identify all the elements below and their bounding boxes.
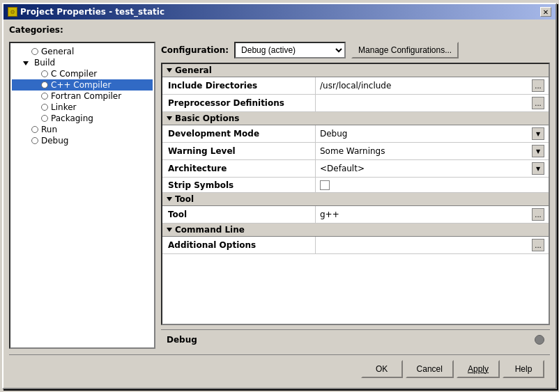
help-button[interactable]: Help xyxy=(503,360,544,378)
cancel-button[interactable]: Cancel xyxy=(406,360,454,378)
right-panel: Configuration: Debug (active) Manage Con… xyxy=(161,42,550,349)
section-command-line: Command Line xyxy=(162,224,549,237)
sidebar-item-linker[interactable]: Linker xyxy=(12,102,153,113)
checkbox-strip-symbols[interactable] xyxy=(320,180,330,190)
prop-name: Preprocessor Definitions xyxy=(162,95,316,111)
main-area: General Build C Compiler C++ xyxy=(9,42,550,349)
ellipsis-button[interactable]: ... xyxy=(532,208,544,221)
config-select[interactable]: Debug (active) xyxy=(234,42,346,58)
prop-value: ... xyxy=(316,95,549,111)
dot-icon xyxy=(41,104,48,111)
sidebar-item-packaging[interactable]: Packaging xyxy=(12,113,153,124)
prop-value-text: Some Warnings xyxy=(320,146,532,156)
dot-filled-icon xyxy=(41,81,48,88)
prop-value: /usr/local/include ... xyxy=(316,77,549,94)
ellipsis-button[interactable]: ... xyxy=(532,239,544,251)
status-label: Debug xyxy=(167,335,535,345)
dot-icon xyxy=(31,126,38,133)
sidebar-item-label: Packaging xyxy=(51,113,93,123)
sidebar-item-label: Fortran Compiler xyxy=(51,91,121,101)
ok-button[interactable]: OK xyxy=(361,360,403,378)
sidebar[interactable]: General Build C Compiler C++ xyxy=(9,42,155,349)
prop-name: Strip Symbols xyxy=(162,178,316,192)
sidebar-item-general[interactable]: General xyxy=(12,46,153,57)
dropdown-button[interactable]: ▼ xyxy=(532,162,544,175)
apply-button[interactable]: Apply xyxy=(457,360,500,378)
dot-icon xyxy=(31,137,38,144)
section-label: Basic Options xyxy=(175,113,239,123)
collapse-icon xyxy=(167,116,172,120)
table-row: Warning Level Some Warnings ▼ xyxy=(162,143,549,160)
title-bar: ⚙ Project Properties - test_static ✕ xyxy=(3,4,556,19)
categories-label: Categories: xyxy=(9,25,550,35)
title-bar-left: ⚙ Project Properties - test_static xyxy=(8,7,164,17)
section-label: Command Line xyxy=(175,225,245,235)
prop-name: Warning Level xyxy=(162,143,316,159)
prop-name: Include Directories xyxy=(162,77,316,94)
prop-name: Architecture xyxy=(162,160,316,177)
ellipsis-button[interactable]: ... xyxy=(532,97,544,109)
prop-name: Tool xyxy=(162,206,316,223)
prop-value xyxy=(316,178,549,192)
dot-icon xyxy=(41,115,48,122)
table-row: Preprocessor Definitions ... xyxy=(162,95,549,112)
status-dot xyxy=(535,335,544,345)
prop-value-text: <Default> xyxy=(320,164,532,173)
sidebar-item-fortran-compiler[interactable]: Fortran Compiler xyxy=(12,91,153,102)
table-row: Architecture <Default> ▼ xyxy=(162,160,549,178)
dot-icon xyxy=(41,93,48,100)
sidebar-item-label: Build xyxy=(34,58,55,68)
close-button[interactable]: ✕ xyxy=(540,7,551,17)
window-title: Project Properties - test_static xyxy=(20,7,164,17)
sidebar-item-c-compiler[interactable]: C Compiler xyxy=(12,68,153,79)
collapse-icon xyxy=(167,228,172,232)
prop-value: <Default> ▼ xyxy=(316,160,549,177)
section-label: Tool xyxy=(175,194,194,204)
sidebar-item-cpp-compiler[interactable]: C++ Compiler xyxy=(12,79,153,91)
collapse-icon xyxy=(167,68,172,72)
main-window: ⚙ Project Properties - test_static ✕ Cat… xyxy=(2,3,557,389)
sidebar-item-build[interactable]: Build xyxy=(12,57,153,68)
section-general: General xyxy=(162,64,549,77)
sidebar-item-label: Run xyxy=(41,125,57,134)
prop-value-text: Debug xyxy=(320,129,532,139)
section-label: General xyxy=(175,65,212,75)
sidebar-item-label: Debug xyxy=(41,136,68,146)
collapse-icon xyxy=(167,197,172,201)
ellipsis-button[interactable]: ... xyxy=(532,79,544,92)
window-content: Categories: General Build xyxy=(3,19,556,388)
dropdown-button[interactable]: ▼ xyxy=(532,127,544,140)
arrow-down-icon xyxy=(23,59,31,67)
dot-icon xyxy=(31,48,38,55)
sidebar-item-label: C++ Compiler xyxy=(51,80,111,90)
spacer xyxy=(162,254,549,296)
config-label: Configuration: xyxy=(161,45,229,55)
section-basic-options: Basic Options xyxy=(162,112,549,125)
prop-value: ... xyxy=(316,237,549,253)
properties-table: General Include Directories /usr/local/i… xyxy=(161,63,550,325)
table-row: Development Mode Debug ▼ xyxy=(162,125,549,143)
section-tool: Tool xyxy=(162,193,549,206)
table-row: Tool g++ ... xyxy=(162,206,549,224)
table-row: Include Directories /usr/local/include .… xyxy=(162,77,549,95)
dropdown-button[interactable]: ▼ xyxy=(532,145,544,157)
sidebar-item-label: General xyxy=(41,47,74,56)
table-row: Additional Options ... xyxy=(162,237,549,254)
table-row: Strip Symbols xyxy=(162,178,549,193)
window-icon: ⚙ xyxy=(8,7,17,17)
prop-value: Some Warnings ▼ xyxy=(316,143,549,159)
prop-value: g++ ... xyxy=(316,206,549,223)
config-bar: Configuration: Debug (active) Manage Con… xyxy=(161,42,550,58)
sidebar-item-label: C Compiler xyxy=(51,69,97,79)
status-bar: Debug xyxy=(161,329,550,349)
sidebar-item-label: Linker xyxy=(51,102,76,112)
manage-configurations-button[interactable]: Manage Configurations... xyxy=(351,42,459,58)
sidebar-item-debug[interactable]: Debug xyxy=(12,135,153,146)
prop-value-text: /usr/local/include xyxy=(320,81,532,91)
dot-icon xyxy=(41,70,48,77)
prop-value: Debug ▼ xyxy=(316,125,549,142)
prop-value-text: g++ xyxy=(320,210,532,219)
prop-name: Additional Options xyxy=(162,237,316,253)
footer: OK Cancel Apply Help xyxy=(9,354,550,382)
sidebar-item-run[interactable]: Run xyxy=(12,124,153,135)
